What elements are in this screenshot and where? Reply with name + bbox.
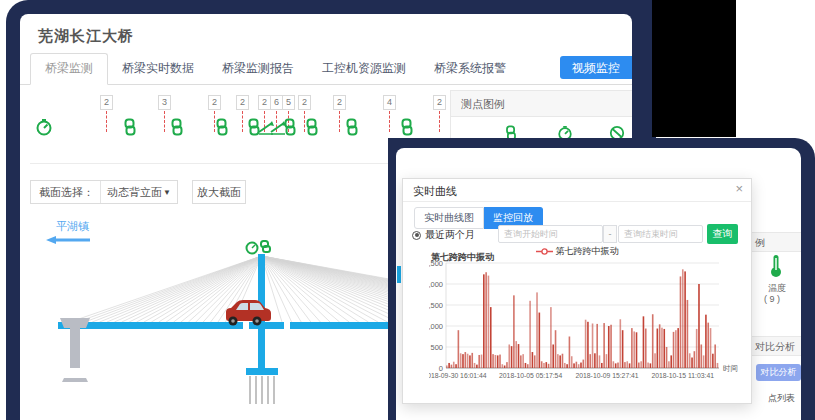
chain-icon[interactable] (303, 118, 321, 136)
svg-text:1,000: 1,000 (429, 322, 443, 331)
close-icon[interactable]: × (735, 182, 743, 195)
screen: 芜湖长江大桥 桥梁监测桥梁实时数据桥梁监测报告工控机资源监测桥梁系统报警 视频监… (0, 0, 815, 420)
chain-icon[interactable] (213, 118, 231, 136)
svg-text:1,500: 1,500 (429, 301, 443, 310)
sensor-dash-line (106, 111, 107, 132)
sensor-count-badge: 2 (100, 95, 113, 110)
date-range-separator: - (603, 225, 617, 243)
tower-sliver (397, 266, 401, 283)
sensor-count-badge: 2 (208, 95, 221, 110)
svg-text:2,000: 2,000 (429, 280, 443, 289)
chain-icon[interactable] (121, 118, 139, 136)
sensor-count-badge: 2 (333, 95, 346, 110)
overlay-window-content: 例 温度 ( 9 ) 对比分析 对比分析 点列表 实时曲线 × 实时曲线图监控回… (396, 148, 801, 420)
sensor-dash-line (439, 111, 440, 132)
legend-label: 第七跨跨中振动 (556, 246, 619, 256)
sensor-dash-line (164, 111, 165, 132)
section-select-value: 动态背立面 (107, 185, 162, 200)
svg-text:2,500: 2,500 (429, 259, 443, 268)
bridge-pier (60, 318, 90, 382)
sensor-count-badge: 2 (433, 95, 446, 110)
svg-text:500: 500 (430, 343, 443, 352)
sensor-dash-line (242, 111, 243, 132)
gauge-icon[interactable] (35, 118, 53, 136)
sensor-count-badge: 3 (158, 95, 171, 110)
vibration-chart-canvas[interactable]: 05001,0001,5002,0002,5002018-09-30 16:01… (429, 259, 741, 391)
sensor-dash-line (389, 111, 390, 132)
thermometer-icon[interactable] (770, 254, 782, 278)
query-start-time-input[interactable] (498, 225, 603, 243)
section-select-dropdown[interactable]: 动态背立面 ▼ (101, 185, 177, 200)
tower-sensor-icons (247, 241, 271, 254)
sensor-count-badge: 2 (236, 95, 249, 110)
temperature-count: ( 9 ) (764, 294, 780, 304)
black-region (652, 0, 736, 137)
radio-label: 最近两个月 (425, 228, 475, 242)
svg-text:2018-10-05 05:17:54: 2018-10-05 05:17:54 (499, 372, 562, 379)
section-select-label: 截面选择： (31, 181, 101, 203)
svg-text:2018-09-30 16:01:44: 2018-09-30 16:01:44 (429, 372, 487, 379)
dialog-header: 实时曲线 × (403, 179, 751, 202)
bank-label: 平湖镇 (56, 219, 89, 234)
recent-two-months-option[interactable]: 最近两个月 (412, 228, 475, 242)
svg-text:2018-10-15 11:03:41: 2018-10-15 11:03:41 (651, 372, 714, 379)
svg-text:2018-10-09 15:27:41: 2018-10-09 15:27:41 (576, 372, 639, 379)
compare-analysis-button[interactable]: 对比分析 (756, 364, 801, 381)
legend-marker-icon (536, 247, 553, 256)
svg-text:时间: 时间 (723, 364, 738, 373)
zoom-section-button[interactable]: 放大截面 (192, 180, 246, 204)
chevron-down-icon: ▼ (163, 188, 171, 197)
sensor-count-badge: 2 (298, 95, 311, 110)
sensor-count-badge: 5 (282, 95, 295, 110)
point-list-fragment: 点列表 (768, 392, 795, 405)
chain-icon[interactable] (343, 118, 361, 136)
sensor-count-badge: 4 (383, 95, 396, 110)
chain-icon[interactable] (281, 118, 299, 136)
section-select-group: 截面选择： 动态背立面 ▼ (30, 180, 178, 204)
chain-icon[interactable] (398, 118, 416, 136)
dialog-title: 实时曲线 (413, 184, 457, 199)
query-end-time-input[interactable] (618, 225, 703, 243)
chain-icon[interactable] (168, 118, 186, 136)
query-button[interactable]: 查询 (707, 224, 738, 244)
compare-section-header: 对比分析 (752, 336, 801, 356)
sensor-dash-line (339, 111, 340, 132)
dialog-tab-1[interactable]: 实时曲线图 (414, 207, 484, 229)
realtime-curve-dialog: 实时曲线 × 实时曲线图监控回放 最近两个月 - 查询 第七跨跨中振动 (402, 178, 752, 404)
radio-icon[interactable] (412, 231, 421, 240)
legend-header-fragment: 例 (752, 232, 801, 252)
overlay-window: 例 温度 ( 9 ) 对比分析 对比分析 点列表 实时曲线 × 实时曲线图监控回… (388, 138, 815, 420)
legend-panel-title: 测点图例 (451, 91, 632, 117)
